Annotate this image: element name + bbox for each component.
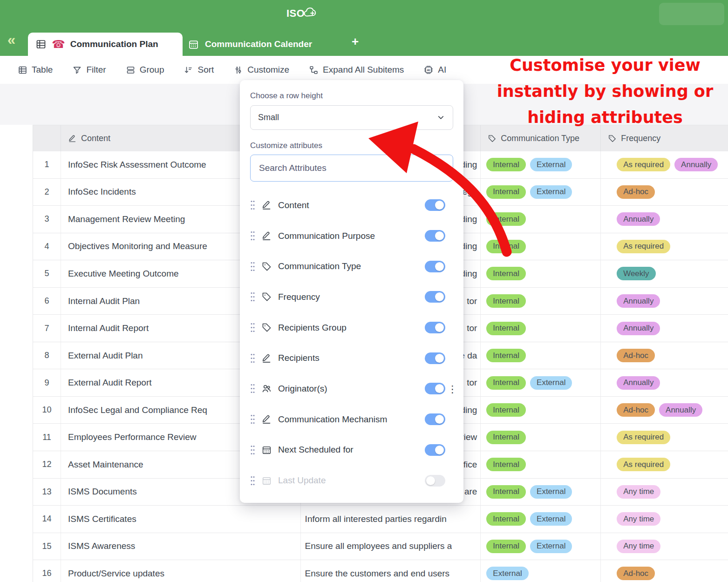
attribute-item[interactable]: Next Scheduled for ⋮ [240, 435, 463, 466]
table-row[interactable]: 15 ISMS Awareness Ensure all employees a… [33, 533, 728, 561]
filter-button[interactable]: Filter [72, 65, 106, 75]
drag-handle-icon[interactable] [250, 200, 255, 210]
drag-handle-icon[interactable] [250, 475, 255, 486]
communication-type-cell[interactable]: Internal [481, 260, 601, 287]
frequency-cell[interactable]: As required [601, 451, 728, 478]
frequency-cell[interactable]: Annually [601, 315, 728, 342]
communication-type-cell[interactable]: InternalExternal [481, 506, 601, 533]
frequency-cell[interactable]: As requiredAnnually [601, 151, 728, 178]
tag-pill[interactable]: Annually [674, 158, 718, 171]
tag-pill[interactable]: Internal [486, 158, 526, 171]
drag-handle-icon[interactable] [250, 261, 255, 272]
content-cell[interactable]: Product/Service updates [61, 560, 301, 582]
tag-pill[interactable]: Internal [486, 185, 526, 199]
attribute-item[interactable]: Content ⋮ [240, 190, 463, 221]
tag-pill[interactable]: Internal [486, 540, 526, 553]
frequency-cell[interactable]: Ad-hoc [601, 179, 728, 206]
tag-pill[interactable]: External [530, 512, 572, 526]
tag-pill[interactable]: Weekly [617, 267, 655, 280]
drag-handle-icon[interactable] [250, 383, 255, 394]
expand-all-subitems-button[interactable]: Expand All Subitems [309, 65, 404, 75]
tag-pill[interactable]: Internal [486, 294, 526, 308]
ai-button[interactable]: AI AI [423, 65, 446, 75]
tag-pill[interactable]: As required [617, 158, 670, 171]
communication-purpose-cell[interactable]: Ensure the customers and end users [301, 560, 481, 582]
tag-pill[interactable]: Ad-hoc [617, 349, 655, 362]
drag-handle-icon[interactable] [250, 414, 255, 425]
communication-type-cell[interactable]: InternalExternal [481, 533, 601, 560]
attribute-toggle[interactable] [425, 352, 445, 364]
communication-type-cell[interactable]: InternalExternal [481, 369, 601, 396]
frequency-cell[interactable]: Annually [601, 206, 728, 233]
tag-pill[interactable]: As required [617, 240, 670, 253]
frequency-cell[interactable]: Annually [601, 369, 728, 396]
table-row[interactable]: 16 Product/Service updates Ensure the cu… [33, 560, 728, 582]
communication-type-cell[interactable]: Internal [481, 397, 601, 424]
tag-pill[interactable]: Ad-hoc [617, 185, 655, 199]
attribute-toggle[interactable] [425, 199, 445, 211]
attribute-item[interactable]: Communication Mechanism ⋮ [240, 404, 463, 435]
row-height-select[interactable]: Small [250, 105, 453, 130]
attribute-toggle[interactable] [425, 230, 445, 242]
search-attributes-input[interactable] [250, 155, 453, 182]
frequency-cell[interactable]: As required [601, 233, 728, 260]
frequency-cell[interactable]: As required [601, 424, 728, 451]
frequency-cell[interactable]: Annually [601, 288, 728, 315]
drag-handle-icon[interactable] [250, 445, 255, 455]
tag-pill[interactable]: Annually [617, 294, 660, 308]
attribute-toggle[interactable] [425, 383, 445, 394]
tab-communication-plan[interactable]: ☎ Communication Plan [28, 33, 183, 56]
attribute-toggle[interactable] [425, 444, 445, 456]
attribute-item[interactable]: Originator(s) ⋮ [240, 373, 463, 404]
communication-type-cell[interactable]: Internal [481, 424, 601, 451]
frequency-cell[interactable]: Any time [601, 533, 728, 560]
frequency-cell[interactable]: Any time [601, 479, 728, 506]
tag-pill[interactable]: External [530, 540, 572, 553]
tag-pill[interactable]: Any time [617, 485, 660, 499]
drag-handle-icon[interactable] [250, 353, 255, 364]
attribute-toggle[interactable] [425, 322, 445, 333]
tag-pill[interactable]: Annually [659, 403, 702, 417]
communication-type-cell[interactable]: Internal [481, 315, 601, 342]
tag-pill[interactable]: Internal [486, 485, 526, 499]
tag-pill[interactable]: Internal [486, 240, 526, 253]
tag-pill[interactable]: As required [617, 431, 670, 444]
new-view-button[interactable]: + [352, 34, 359, 49]
more-menu-icon[interactable]: ⋮ [448, 384, 457, 393]
tag-pill[interactable]: Any time [617, 540, 660, 553]
attribute-toggle[interactable] [425, 413, 445, 425]
attribute-item[interactable]: Last Update ⋮ [240, 465, 463, 496]
frequency-cell[interactable]: Ad-hoc [601, 342, 728, 369]
tag-pill[interactable]: Internal [486, 212, 526, 226]
tag-pill[interactable]: Annually [617, 212, 660, 226]
communication-type-cell[interactable]: External [481, 560, 601, 582]
communication-purpose-cell[interactable]: Ensure all employees and suppliers a [301, 533, 481, 560]
tag-pill[interactable]: Ad-hoc [617, 567, 655, 580]
tag-pill[interactable]: Internal [486, 349, 526, 362]
communication-type-cell[interactable]: Internal [481, 288, 601, 315]
table-button[interactable]: Table [18, 65, 53, 75]
tag-pill[interactable]: Any time [617, 512, 660, 526]
frequency-cell[interactable]: Weekly [601, 260, 728, 287]
attribute-item[interactable]: Recipients Group ⋮ [240, 312, 463, 343]
attribute-toggle[interactable] [425, 475, 445, 487]
table-row[interactable]: 14 ISMS Certificates Inform all interest… [33, 506, 728, 533]
row-number-header[interactable] [33, 125, 61, 151]
tag-pill[interactable]: Internal [486, 322, 526, 335]
tag-pill[interactable]: External [530, 485, 572, 499]
attribute-item[interactable]: Recipients ⋮ [240, 343, 463, 373]
drag-handle-icon[interactable] [250, 322, 255, 333]
frequency-cell[interactable]: Ad-hoc [601, 560, 728, 582]
attribute-toggle[interactable] [425, 261, 445, 272]
collapse-sidebar-icon[interactable]: « [7, 32, 15, 48]
communication-type-cell[interactable]: Internal [481, 233, 601, 260]
communication-type-cell[interactable]: InternalExternal [481, 479, 601, 506]
content-cell[interactable]: ISMS Certificates [61, 506, 301, 533]
communication-type-cell[interactable]: Internal [481, 206, 601, 233]
tag-pill[interactable]: External [530, 158, 572, 171]
tag-pill[interactable]: Internal [486, 512, 526, 526]
drag-handle-icon[interactable] [250, 291, 255, 302]
attribute-toggle[interactable] [425, 291, 445, 303]
sort-button[interactable]: Sort [184, 65, 214, 75]
frequency-cell[interactable]: Any time [601, 506, 728, 533]
